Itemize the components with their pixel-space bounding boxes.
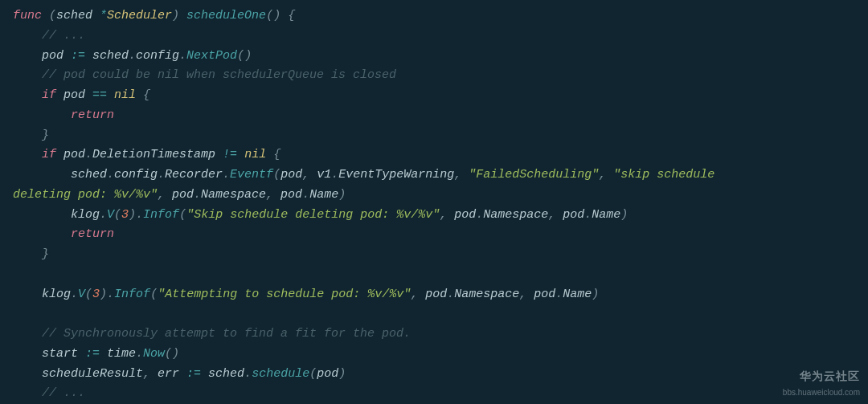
line-14: klog.V(3).Infof("Attempting to schedule …	[13, 288, 599, 301]
line-1: func (sched *Scheduler) scheduleOne() {	[13, 9, 295, 22]
line-17: scheduleResult, err := sched.schedule(po…	[13, 367, 346, 381]
line-6: return	[13, 108, 114, 122]
line-9: sched.config.Recorder.Eventf(pod, v1.Eve…	[13, 168, 714, 182]
watermark-title: 华为云社区	[783, 367, 860, 386]
line-12: return	[13, 227, 114, 241]
line-4: // pod could be nil when schedulerQueue …	[13, 68, 396, 82]
line-2: // ...	[13, 29, 85, 43]
watermark-url: bbs.huaweicloud.com	[783, 386, 860, 400]
line-11: klog.V(3).Infof("Skip schedule deleting …	[13, 208, 628, 222]
code-block: func (sched *Scheduler) scheduleOne() { …	[13, 6, 855, 404]
line-8: if pod.DeletionTimestamp != nil {	[13, 148, 280, 161]
line-10: deleting pod: %v/%v", pod.Namespace, pod…	[13, 188, 346, 202]
watermark: 华为云社区 bbs.huaweicloud.com	[783, 367, 860, 399]
line-5: if pod == nil {	[13, 88, 150, 102]
line-7: }	[13, 129, 49, 142]
line-15: // Synchronously attempt to find a fit f…	[13, 327, 411, 341]
line-16: start := time.Now()	[13, 347, 179, 361]
line-18: // ...	[13, 386, 85, 400]
line-13: }	[13, 247, 49, 261]
line-3: pod := sched.config.NextPod()	[13, 49, 252, 63]
